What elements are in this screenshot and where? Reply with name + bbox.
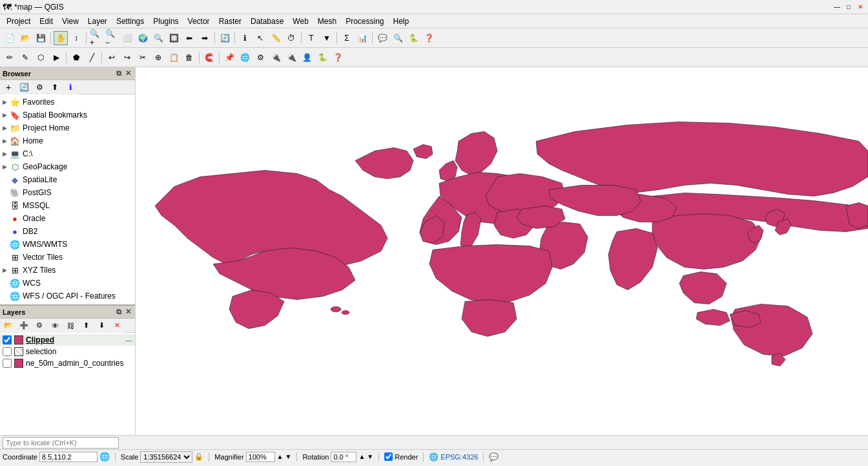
avatar-btn[interactable]: 👤	[300, 50, 314, 65]
zoom-next-button[interactable]: ➡	[198, 31, 212, 45]
tree-item-wcs[interactable]: ▶ 🌐 WCS	[0, 277, 135, 290]
rotation-input[interactable]	[331, 452, 356, 462]
tree-item-postgis[interactable]: ▶ 🐘 PostGIS	[0, 186, 135, 199]
zoom-layer-button[interactable]: 🔍	[151, 31, 165, 45]
locate-input[interactable]	[3, 437, 119, 449]
log-messages-icon[interactable]: 💬	[489, 452, 499, 461]
close-button[interactable]: ✕	[855, 2, 865, 12]
tree-item-db2[interactable]: ▶ ● DB2	[0, 225, 135, 238]
info-button[interactable]: ℹ	[238, 31, 252, 45]
tree-item-mssql[interactable]: ▶ 🗄 MSSQL	[0, 199, 135, 212]
layer-minimize-clipped[interactable]: —	[125, 336, 132, 344]
refresh-button[interactable]: 🔄	[218, 31, 232, 45]
epsg-label[interactable]: EPSG:4326	[440, 453, 478, 461]
menu-mesh[interactable]: Mesh	[314, 16, 340, 27]
copy-btn[interactable]: ⊕	[151, 50, 165, 65]
browser-close-button[interactable]: ✕	[124, 69, 132, 78]
menu-raster[interactable]: Raster	[215, 16, 245, 27]
help-btn[interactable]: ❓	[422, 31, 436, 45]
browser-info-btn[interactable]: ℹ	[63, 80, 78, 94]
menu-web[interactable]: Web	[289, 16, 312, 27]
python-button[interactable]: 🐍	[406, 31, 420, 45]
zoom-full-button[interactable]: 🌍	[136, 31, 150, 45]
node-btn[interactable]: ⬡	[34, 50, 48, 65]
annotation-btn[interactable]: 📌	[222, 50, 236, 65]
tree-item-geopackage[interactable]: ▶ ⬡ GeoPackage	[0, 160, 135, 173]
magnifier-up-icon[interactable]: ▲	[277, 453, 284, 460]
tree-item-ows[interactable]: ▶ 🌐 OWS	[0, 302, 135, 304]
menu-database[interactable]: Database	[247, 16, 287, 27]
title-bar-controls[interactable]: — □ ✕	[832, 2, 865, 12]
layer-move-up-btn[interactable]: ⬆	[79, 319, 93, 333]
tree-item-spatial-bookmarks[interactable]: ▶ 🔖 Spatial Bookmarks	[0, 109, 135, 122]
layer-open-btn[interactable]: 📂	[1, 319, 16, 333]
tree-item-vector-tiles[interactable]: ▶ ⊞ Vector Tiles	[0, 251, 135, 264]
tree-item-home[interactable]: ▶ 🏠 Home	[0, 134, 135, 147]
menu-processing[interactable]: Processing	[342, 16, 388, 27]
browser-collapse-btn[interactable]: ⬆	[48, 80, 62, 94]
select-feature-button[interactable]: ↖	[253, 31, 267, 45]
menu-vector[interactable]: Vector	[184, 16, 214, 27]
menu-plugins[interactable]: Plugins	[149, 16, 182, 27]
plugin2-btn[interactable]: 🔌	[284, 50, 298, 65]
wms-btn[interactable]: 🌐	[238, 50, 252, 65]
undo-btn[interactable]: ↩	[105, 50, 119, 65]
layer-toggle-visibility-btn[interactable]: 👁	[48, 319, 62, 333]
draw-polygon-btn[interactable]: ⬟	[69, 50, 83, 65]
layer-unlink-btn[interactable]: ⛓	[63, 319, 78, 333]
tree-item-xyz-tiles[interactable]: ▶ ⊞ XYZ Tiles	[0, 264, 135, 277]
stats-button[interactable]: Σ	[340, 31, 354, 45]
layer-check-countries[interactable]	[3, 359, 12, 368]
plugin1-btn[interactable]: 🔌	[269, 50, 283, 65]
browser-filter-btn[interactable]: ⚙	[32, 80, 46, 94]
tree-item-c-drive[interactable]: ▶ 💻 C:\	[0, 147, 135, 160]
layers-close-button[interactable]: ✕	[124, 308, 132, 316]
map-canvas[interactable]	[136, 67, 868, 435]
menu-layer[interactable]: Layer	[84, 16, 111, 27]
label-arrow-button[interactable]: ▼	[320, 31, 334, 45]
layer-filter-btn[interactable]: ⚙	[32, 319, 46, 333]
render-checkbox[interactable]	[384, 452, 393, 461]
open-project-button[interactable]: 📂	[18, 31, 32, 45]
tree-item-favorites[interactable]: ▶ ⭐ Favorites	[0, 96, 135, 109]
python2-btn[interactable]: 🐍	[315, 50, 329, 65]
layer-remove-btn[interactable]: ✕	[110, 319, 124, 333]
coordinate-input[interactable]	[39, 452, 98, 462]
layer-check-clipped[interactable]	[3, 335, 12, 344]
layer-move-down-btn[interactable]: ⬇	[94, 319, 108, 333]
browser-float-button[interactable]: ⧉	[115, 69, 123, 78]
menu-view[interactable]: View	[58, 16, 83, 27]
select-btn[interactable]: ▶	[49, 50, 63, 65]
delete-btn[interactable]: 🗑	[182, 50, 196, 65]
chart-button[interactable]: 📊	[355, 31, 369, 45]
zoom-out-button[interactable]: 🔍−	[105, 31, 119, 45]
menu-edit[interactable]: Edit	[36, 16, 57, 27]
save-project-button[interactable]: 💾	[34, 31, 48, 45]
magnifier-input[interactable]	[246, 452, 275, 462]
processing-btn[interactable]: ⚙	[253, 50, 267, 65]
browser-add-btn[interactable]: +	[1, 80, 16, 94]
zoom-in-button[interactable]: 🔍+	[89, 31, 103, 45]
menu-help[interactable]: Help	[389, 16, 413, 27]
layers-controls[interactable]: ⧉ ✕	[115, 308, 132, 316]
tree-item-oracle[interactable]: ▶ ● Oracle	[0, 212, 135, 225]
new-project-button[interactable]: 📄	[3, 31, 17, 45]
help2-btn[interactable]: ❓	[331, 50, 345, 65]
digitize-btn[interactable]: ✏	[3, 50, 17, 65]
redo-btn[interactable]: ↪	[120, 50, 134, 65]
zoom-rubber-band-button[interactable]: ⬜	[120, 31, 134, 45]
maximize-button[interactable]: □	[843, 2, 854, 12]
zoom-selection-button[interactable]: 🔲	[167, 31, 181, 45]
zoom-last-button[interactable]: ⬅	[182, 31, 196, 45]
minimize-button[interactable]: —	[832, 2, 842, 12]
tree-item-spatialite[interactable]: ▶ ◆ SpatiaLite	[0, 173, 135, 186]
pan-map-arrow-button[interactable]: ↕	[69, 31, 83, 45]
magnifier-down-icon[interactable]: ▼	[285, 453, 292, 460]
time-button[interactable]: ⏱	[284, 31, 298, 45]
snap-btn[interactable]: 🧲	[202, 50, 216, 65]
browser-controls[interactable]: ⧉ ✕	[115, 69, 132, 78]
menu-settings[interactable]: Settings	[112, 16, 148, 27]
layers-float-button[interactable]: ⧉	[115, 308, 123, 316]
menu-project[interactable]: Project	[3, 16, 34, 27]
layer-check-selection[interactable]	[3, 347, 12, 356]
